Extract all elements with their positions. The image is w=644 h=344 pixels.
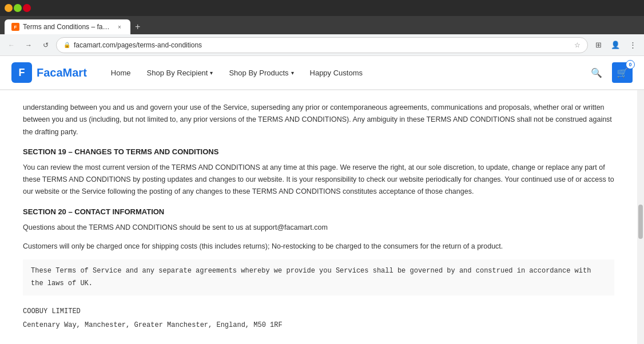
window-controls: − + × — [5, 4, 31, 12]
tab-favicon: F — [11, 23, 19, 31]
section-19: SECTION 19 – CHANGES TO TERMS AND CONDIT… — [23, 147, 614, 198]
site-nav: Home Shop By Recipient ▾ Shop By Product… — [104, 55, 588, 90]
nav-recipient-arrow: ▾ — [210, 70, 213, 76]
section-20: SECTION 20 – CONTACT INFORMATION Questio… — [23, 207, 614, 234]
nav-home-label: Home — [111, 69, 131, 77]
intro-paragraph: understanding between you and us and gov… — [23, 102, 614, 138]
scrollbar[interactable] — [637, 90, 644, 344]
tab-label: Terms and Conditions – facam... — [23, 23, 112, 31]
address-input[interactable]: 🔒 facamart.com/pages/terms-and-condition… — [56, 37, 588, 53]
logo[interactable]: F FacaMart — [11, 62, 87, 83]
more-button[interactable]: ⋮ — [626, 38, 639, 52]
header-actions: 🔍 🛒 0 — [588, 62, 633, 83]
nav-item-home[interactable]: Home — [104, 55, 138, 90]
logo-icon: F — [11, 62, 32, 83]
restore-button[interactable]: + — [14, 4, 22, 12]
section-19-title: SECTION 19 – CHANGES TO TERMS AND CONDIT… — [23, 147, 614, 156]
search-icon: 🔍 — [591, 67, 602, 78]
close-button[interactable]: × — [23, 4, 31, 12]
nav-recipient-label: Shop By Recipient — [147, 69, 208, 77]
title-bar: − + × — [0, 0, 644, 16]
address-bar: ← → ↺ 🔒 facamart.com/pages/terms-and-con… — [0, 34, 644, 56]
reload-button[interactable]: ↺ — [39, 38, 53, 52]
forward-button[interactable]: → — [22, 38, 35, 52]
section-20-title: SECTION 20 – CONTACT INFORMATION — [23, 207, 614, 216]
content-area: understanding between you and us and gov… — [0, 90, 637, 344]
company-address: Centenary Way, Manchester, Greater Manch… — [23, 318, 614, 332]
scrollbar-thumb[interactable] — [638, 205, 643, 239]
nav-products-label: Shop By Products — [229, 69, 288, 77]
bookmark-icon[interactable]: ☆ — [574, 41, 581, 49]
profile-button[interactable]: 👤 — [609, 38, 622, 52]
cart-button[interactable]: 🛒 0 — [612, 62, 633, 83]
cart-icon: 🛒 — [617, 67, 628, 78]
tab-close-button[interactable]: × — [116, 23, 124, 31]
active-tab[interactable]: F Terms and Conditions – facam... × — [5, 19, 130, 34]
company-name: COOBUY LIMITED — [23, 305, 614, 318]
section-20-body: Questions about the TERMS AND CONDITIONS… — [23, 222, 614, 234]
toolbar-icons: ⊞ 👤 ⋮ — [591, 38, 639, 52]
tab-bar: F Terms and Conditions – facam... × + — [0, 16, 644, 34]
shipping-note: Customers will only be charged once for … — [23, 241, 614, 253]
nav-item-shop-by-products[interactable]: Shop By Products ▾ — [222, 55, 300, 90]
url-text: facamart.com/pages/terms-and-conditions — [74, 41, 571, 49]
nav-customs-label: Happy Customs — [310, 69, 363, 77]
page-wrapper: understanding between you and us and gov… — [0, 90, 644, 344]
back-button[interactable]: ← — [5, 38, 18, 52]
logo-text: FacaMart — [37, 66, 87, 79]
cart-count: 0 — [626, 60, 635, 69]
new-tab-button[interactable]: + — [130, 19, 145, 34]
nav-products-arrow: ▾ — [291, 70, 294, 76]
extensions-button[interactable]: ⊞ — [591, 38, 605, 52]
search-button[interactable]: 🔍 — [588, 64, 605, 81]
company-block: COOBUY LIMITED Centenary Way, Manchester… — [23, 305, 614, 344]
nav-item-happy-customs[interactable]: Happy Customs — [303, 55, 369, 90]
site-header: F FacaMart Home Shop By Recipient ▾ Shop… — [0, 56, 644, 90]
section-19-body: You can review the most current version … — [23, 162, 614, 198]
governing-law-block: These Terms of Service and any separate … — [23, 259, 614, 295]
lock-icon: 🔒 — [63, 42, 70, 48]
nav-item-shop-by-recipient[interactable]: Shop By Recipient ▾ — [140, 55, 220, 90]
minimize-button[interactable]: − — [5, 4, 13, 12]
